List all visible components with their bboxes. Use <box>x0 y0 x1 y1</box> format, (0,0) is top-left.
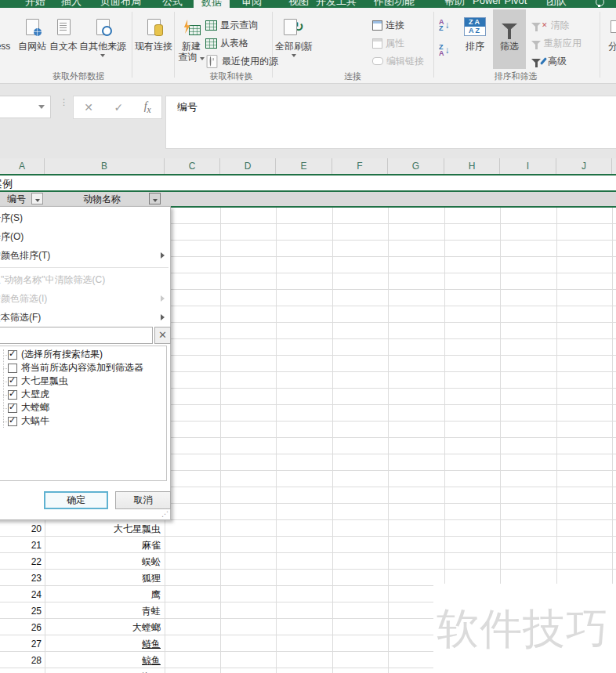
table-row[interactable]: 26大螳螂 <box>0 620 166 636</box>
table-row[interactable]: 28鲸鱼 <box>0 653 166 669</box>
checkbox-icon[interactable] <box>8 390 17 400</box>
menu-item-sort-by-color[interactable]: 按颜色排序(T) <box>0 246 170 265</box>
recent-sources-button[interactable]: 最近使用的源 <box>205 53 278 69</box>
tab-developer[interactable]: 开发工具 <box>316 0 357 8</box>
checkbox-icon[interactable] <box>8 377 17 386</box>
insert-function-icon[interactable]: fx <box>144 100 151 115</box>
tab-view[interactable]: 视图 <box>288 0 309 8</box>
filter-option-ladybug[interactable]: 大七星瓢虫 <box>0 374 166 388</box>
cell-number[interactable]: 23 <box>0 570 42 587</box>
checkbox-icon[interactable] <box>8 350 17 360</box>
new-query-button[interactable]: 新建 查询 <box>177 9 205 69</box>
tab-insert[interactable]: 插入 <box>61 0 82 8</box>
cell-animal[interactable]: 鹰 <box>45 587 161 603</box>
filter-option-mantis[interactable]: 大螳螂 <box>0 401 166 414</box>
table-row[interactable]: 25青蛙 <box>0 603 166 620</box>
tab-page-layout[interactable]: 页面布局 <box>100 0 141 8</box>
sort-button[interactable]: ZAAZ 排序 <box>457 9 493 69</box>
from-access-button[interactable]: 自Access <box>0 9 9 69</box>
connections-button[interactable]: 连接 <box>372 17 404 33</box>
cell-number[interactable]: 25 <box>0 603 42 620</box>
filter-search-input[interactable] <box>0 327 153 344</box>
tab-review[interactable]: 审阅 <box>241 0 262 8</box>
ok-button[interactable]: 确定 <box>44 491 108 509</box>
sort-ascending-button[interactable]: AZ↓ <box>439 19 450 31</box>
column-header-b[interactable]: B <box>45 158 165 174</box>
cell-animal[interactable]: 鲸鱼 <box>45 653 161 669</box>
clear-search-icon[interactable]: ✕ <box>154 327 171 344</box>
existing-connections-button[interactable]: 现有连接 <box>135 9 172 69</box>
cell-number[interactable]: 28 <box>0 653 42 669</box>
tab-power-pivot[interactable]: Power Pivot <box>473 0 527 6</box>
tab-home[interactable]: 开始 <box>25 0 45 8</box>
cell-number[interactable]: 21 <box>0 537 42 554</box>
cell-animal[interactable]: 大螳螂 <box>45 620 161 636</box>
text-to-columns-button[interactable]: 分列 <box>602 9 616 69</box>
from-table-button[interactable]: 从表格 <box>205 35 248 51</box>
tab-team[interactable]: 团队 <box>546 0 567 8</box>
confirm-entry-icon[interactable]: ✓ <box>114 101 123 114</box>
column-header-j[interactable]: J <box>556 158 612 174</box>
table-row[interactable]: 23狐狸 <box>0 570 166 587</box>
show-queries-button[interactable]: 显示查询 <box>205 17 258 33</box>
tab-data-active[interactable]: 数据 <box>194 0 230 8</box>
checkbox-icon[interactable] <box>8 364 17 373</box>
table-row[interactable]: 27鲢鱼 <box>0 636 166 653</box>
cancel-entry-icon[interactable]: ✕ <box>84 101 93 114</box>
name-box[interactable] <box>0 96 51 118</box>
column-header-c[interactable]: C <box>165 158 220 174</box>
tab-drawing[interactable]: 作图功能 <box>374 0 415 8</box>
column-header-f[interactable]: F <box>332 158 388 174</box>
sort-descending-button[interactable]: ZA↓ <box>439 44 450 56</box>
from-other-sources-button[interactable]: 自其他来源 <box>78 9 127 69</box>
filter-button-active[interactable]: 筛选 <box>493 9 526 69</box>
formula-bar-splitter[interactable]: ⋮ <box>60 99 68 106</box>
cancel-button[interactable]: 取消 <box>115 491 171 509</box>
table-row[interactable]: 21麻雀 <box>0 537 166 554</box>
table-row[interactable]: 29海豚 <box>0 669 166 673</box>
column-header-e[interactable]: E <box>276 158 332 174</box>
filter-dropdown-button-a[interactable] <box>31 193 43 204</box>
column-header-d[interactable]: D <box>220 158 276 174</box>
column-header-a[interactable]: A <box>0 158 45 174</box>
tab-formulas[interactable]: 公式 <box>162 0 183 8</box>
filter-dropdown-button-b[interactable] <box>149 193 161 204</box>
filter-option-snail[interactable]: 大蜗牛 <box>0 414 166 428</box>
cell-animal[interactable]: 海豚 <box>45 669 161 673</box>
menu-item-text-filters[interactable]: 文本筛选(F) <box>0 308 170 327</box>
table-row[interactable]: 24鹰 <box>0 587 166 603</box>
cell-number[interactable]: 27 <box>0 636 42 653</box>
cell-animal[interactable]: 青蛙 <box>45 603 161 620</box>
advanced-filter-button[interactable]: 高级 <box>531 53 567 69</box>
filter-option-add-to-filter[interactable]: 将当前所选内容添加到筛选器 <box>0 361 166 374</box>
refresh-all-button[interactable]: ↻ 全部刷新 <box>276 9 312 69</box>
menu-item-sort-descending[interactable]: 降序(O) <box>0 227 170 246</box>
tab-help[interactable]: 帮助 <box>444 0 465 8</box>
filter-option-select-all[interactable]: (选择所有搜索结果) <box>0 348 166 361</box>
cell-animal[interactable]: 蜈蚣 <box>45 554 161 570</box>
header-cell-animal-name[interactable]: 动物名称 <box>69 192 135 206</box>
resize-handle[interactable]: ⋰ <box>161 510 169 519</box>
cell-animal[interactable]: 大七星瓢虫 <box>45 521 161 537</box>
checkbox-icon[interactable] <box>8 403 17 413</box>
from-text-button[interactable]: 自文本 <box>49 9 78 69</box>
formula-bar[interactable]: 编号 <box>165 96 616 149</box>
from-web-button[interactable]: 自网站 <box>16 9 49 69</box>
header-cell-number[interactable]: 编号 <box>3 192 30 206</box>
title-cell[interactable]: 案例 <box>0 177 13 191</box>
column-header-i[interactable]: I <box>500 158 556 174</box>
checkbox-icon[interactable] <box>8 417 17 426</box>
filter-option-gecko[interactable]: 大壁虎 <box>0 388 166 401</box>
cell-number[interactable]: 20 <box>0 521 42 537</box>
cell-animal[interactable]: 鲢鱼 <box>45 636 161 653</box>
table-row[interactable]: 20大七星瓢虫 <box>0 521 166 537</box>
table-row[interactable]: 22蜈蚣 <box>0 554 166 570</box>
cell-number[interactable]: 22 <box>0 554 42 570</box>
cell-number[interactable]: 24 <box>0 587 42 603</box>
column-header-h[interactable]: H <box>444 158 500 174</box>
cell-animal[interactable]: 麻雀 <box>45 537 161 554</box>
column-header-g[interactable]: G <box>388 158 444 174</box>
tell-me-icon[interactable] <box>596 0 604 6</box>
cell-number[interactable]: 29 <box>0 669 42 673</box>
cell-animal[interactable]: 狐狸 <box>45 570 161 587</box>
